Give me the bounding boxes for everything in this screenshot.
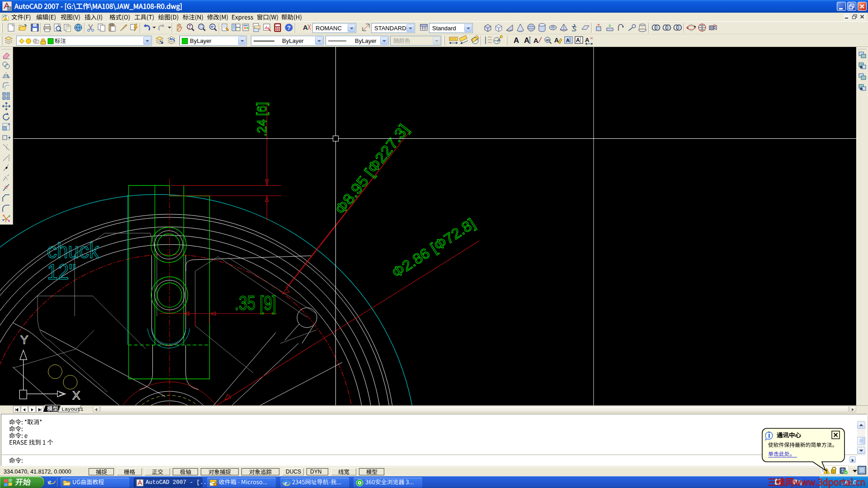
svg-text:?: ?	[287, 24, 291, 31]
svg-text:0: 0	[713, 23, 716, 27]
svg-text:Φ8.95 [Φ227.3]: Φ8.95 [Φ227.3]	[331, 121, 412, 217]
svg-text:A: A	[566, 38, 570, 43]
svg-text:Y: Y	[20, 333, 28, 347]
svg-text:A: A	[524, 36, 529, 45]
svg-text:Φ2.86 [Φ72.8]: Φ2.86 [Φ72.8]	[389, 215, 478, 281]
svg-text:A: A	[576, 37, 580, 43]
svg-text:.35 [9]: .35 [9]	[235, 292, 276, 314]
svg-text:ab: ab	[546, 38, 550, 42]
svg-text:A: A	[554, 37, 559, 44]
svg-text:A: A	[514, 36, 519, 45]
svg-text:A: A	[585, 37, 590, 43]
svg-text:A: A	[303, 23, 308, 31]
svg-text:12": 12"	[47, 259, 76, 284]
svg-text:A: A	[533, 37, 538, 44]
svg-text:chuck: chuck	[47, 238, 99, 263]
svg-text:X: X	[72, 389, 80, 402]
svg-text:.24 [6]: .24 [6]	[254, 102, 269, 136]
